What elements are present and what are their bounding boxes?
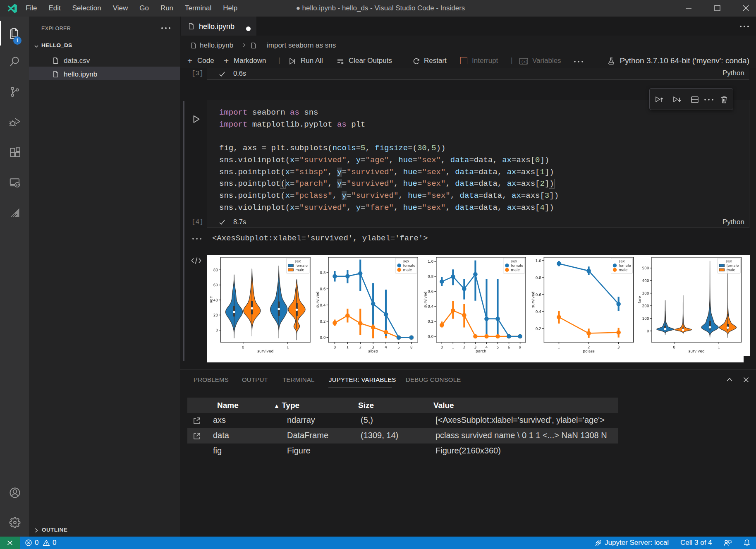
svg-text:(x): (x): [521, 60, 528, 64]
